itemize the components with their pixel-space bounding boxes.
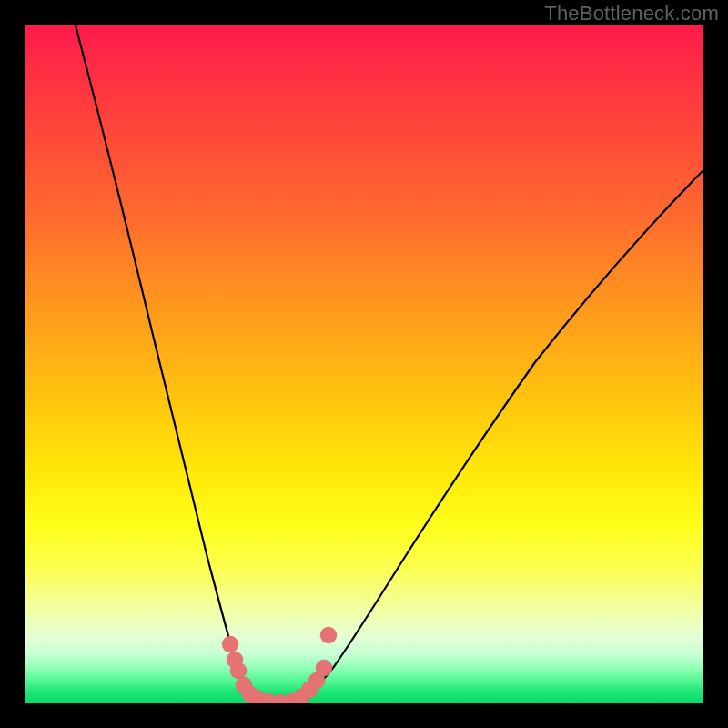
chart-svg	[25, 25, 703, 703]
chart-frame: TheBottleneck.com	[0, 0, 728, 728]
svg-point-0	[222, 636, 238, 652]
bottleneck-curve	[76, 25, 703, 703]
plot-area	[25, 25, 703, 703]
near-optimal-dots	[222, 627, 337, 703]
svg-point-12	[316, 660, 332, 676]
watermark-text: TheBottleneck.com	[544, 2, 719, 25]
svg-point-13	[320, 627, 337, 643]
svg-point-2	[230, 662, 247, 679]
